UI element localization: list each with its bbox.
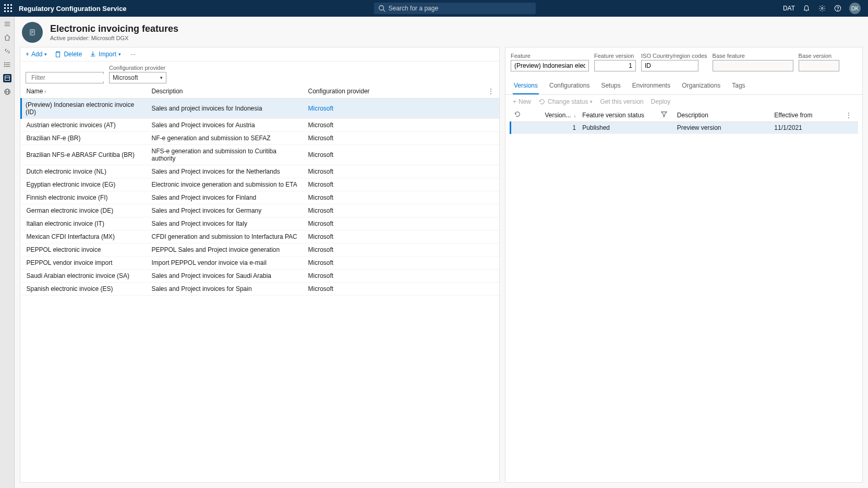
tab-environments[interactable]: Environments — [631, 79, 671, 94]
svg-point-5 — [838, 10, 838, 10]
provider-select[interactable]: Microsoft ▾ — [109, 72, 166, 83]
app-title: Regulatory Configuration Service — [19, 5, 127, 13]
col-name[interactable]: Name↑ — [21, 84, 147, 99]
svg-point-14 — [4, 66, 5, 67]
iso-label: ISO Country/region codes — [641, 53, 707, 59]
table-row[interactable]: 1 Published Preview version 11/1/2021 — [511, 122, 859, 134]
settings-icon[interactable] — [818, 4, 826, 13]
page-title: Electronic invoicing features — [50, 23, 178, 34]
globe-icon[interactable] — [3, 88, 11, 96]
table-row[interactable]: Egyptian electronic invoice (EG) Electro… — [21, 178, 500, 191]
col-status[interactable]: Feature version status — [579, 108, 657, 122]
base-feature-label: Base feature — [713, 53, 793, 59]
col-effective[interactable]: Effective from — [771, 108, 842, 122]
tab-organizations[interactable]: Organizations — [681, 79, 721, 94]
feature-field[interactable] — [511, 60, 589, 71]
svg-point-13 — [4, 65, 5, 65]
svg-point-0 — [379, 6, 383, 10]
features-panel: + Add ▾ Delete Import ▾ ··· — [20, 47, 500, 483]
table-row[interactable]: Brazilian NF-e (BR) NF-e generation and … — [21, 132, 500, 145]
col-description[interactable]: Description — [147, 84, 303, 99]
new-version-button[interactable]: + New — [513, 98, 531, 105]
svg-point-3 — [821, 7, 823, 9]
feature-version-field[interactable] — [594, 60, 636, 71]
feature-label: Feature — [511, 53, 589, 59]
app-launcher-icon[interactable] — [4, 4, 13, 13]
module-icon[interactable] — [3, 74, 11, 82]
home-icon[interactable] — [3, 33, 11, 42]
cell-description: Sales and Project invoices for Austria — [147, 119, 303, 132]
chevron-down-icon: ▾ — [590, 99, 593, 104]
get-version-button[interactable]: Get this version — [600, 98, 643, 105]
table-row[interactable]: Italian electronic invoice (IT) Sales an… — [21, 217, 500, 230]
cell-provider: Microsoft — [303, 204, 483, 217]
link-icon[interactable] — [3, 47, 11, 55]
cell-provider: Microsoft — [303, 165, 483, 178]
cell-effective: 11/1/2021 — [771, 122, 842, 134]
more-actions-button[interactable]: ··· — [128, 51, 138, 58]
provider-value: Microsoft — [113, 74, 138, 81]
cell-provider[interactable]: Microsoft — [303, 99, 483, 119]
cell-name: Egyptian electronic invoice (EG) — [21, 178, 147, 191]
filter-input[interactable] — [31, 74, 110, 81]
table-row[interactable]: Mexican CFDI Interfactura (MX) CFDI gene… — [21, 230, 500, 243]
svg-line-1 — [383, 10, 385, 12]
global-search[interactable] — [374, 3, 536, 14]
add-button[interactable]: + Add ▾ — [26, 51, 47, 58]
tab-versions[interactable]: Versions — [513, 79, 539, 94]
column-options-icon[interactable]: ⋮ — [488, 88, 494, 95]
trash-icon — [54, 51, 62, 58]
tab-tags[interactable]: Tags — [731, 79, 746, 94]
table-row[interactable]: Saudi Arabian electronic invoice (SA) Sa… — [21, 270, 500, 283]
add-label: Add — [31, 51, 42, 58]
table-row[interactable]: German electronic invoice (DE) Sales and… — [21, 204, 500, 217]
col-version[interactable]: Version... ↓ — [527, 108, 579, 122]
search-icon — [378, 5, 385, 12]
change-status-label: Change status — [548, 98, 588, 105]
delete-button[interactable]: Delete — [54, 51, 82, 58]
iso-field[interactable] — [641, 60, 698, 71]
tab-configurations[interactable]: Configurations — [548, 79, 590, 94]
filter-icon[interactable] — [660, 111, 668, 118]
hamburger-icon[interactable] — [3, 20, 11, 28]
cell-name: Mexican CFDI Interfactura (MX) — [21, 230, 147, 243]
tab-setups[interactable]: Setups — [600, 79, 621, 94]
table-row[interactable]: Austrian electronic invoices (AT) Sales … — [21, 119, 500, 132]
base-feature-field — [713, 60, 793, 71]
table-row[interactable]: Spanish electronic invoice (ES) Sales an… — [21, 283, 500, 296]
search-input[interactable] — [389, 5, 532, 12]
get-version-label: Get this version — [600, 98, 643, 105]
cell-provider: Microsoft — [303, 178, 483, 191]
table-row[interactable]: Finnish electronic invoice (FI) Sales an… — [21, 191, 500, 204]
help-icon[interactable] — [834, 4, 842, 13]
refresh-icon[interactable] — [514, 111, 521, 118]
list-icon[interactable] — [3, 60, 11, 69]
cell-description: Sales and Project invoices for Finland — [147, 191, 303, 204]
cell-description: Sales and Project invoices for Saudi Ara… — [147, 270, 303, 283]
cell-name: German electronic invoice (DE) — [21, 204, 147, 217]
cell-name: Dutch electronic invoice (NL) — [21, 165, 147, 178]
table-row[interactable]: PEPPOL vendor invoice import Import PEPP… — [21, 257, 500, 270]
filter-box[interactable] — [26, 72, 104, 83]
table-row[interactable]: Dutch electronic invoice (NL) Sales and … — [21, 165, 500, 178]
provider-filter-label: Configuration provider — [109, 65, 166, 71]
navigation-rail — [0, 17, 15, 488]
versions-table: Version... ↓ Feature version status Desc… — [510, 108, 858, 134]
import-button[interactable]: Import ▾ — [89, 51, 121, 58]
change-status-button[interactable]: Change status ▾ — [538, 98, 593, 105]
col-provider[interactable]: Configuration provider — [303, 84, 483, 99]
column-options-icon[interactable]: ⋮ — [846, 112, 852, 119]
deploy-button[interactable]: Deploy — [651, 98, 670, 105]
col-description[interactable]: Description — [674, 108, 771, 122]
table-row[interactable]: (Preview) Indonesian electronic invoice … — [21, 99, 500, 119]
cell-description: Sales and project invoices for Indonesia — [147, 99, 303, 119]
table-row[interactable]: PEPPOL electronic invoice PEPPOL Sales a… — [21, 243, 500, 257]
user-avatar[interactable]: DK — [849, 3, 861, 14]
cell-name: Brazilian NFS-e ABRASF Curitiba (BR) — [21, 145, 147, 165]
feature-version-label: Feature version — [594, 53, 636, 59]
chevron-down-icon: ▾ — [160, 75, 163, 80]
cell-description: CFDI generation and submission to Interf… — [147, 230, 303, 243]
table-row[interactable]: Brazilian NFS-e ABRASF Curitiba (BR) NFS… — [21, 145, 500, 165]
environment-label[interactable]: DAT — [783, 5, 795, 12]
notifications-icon[interactable] — [802, 4, 811, 13]
